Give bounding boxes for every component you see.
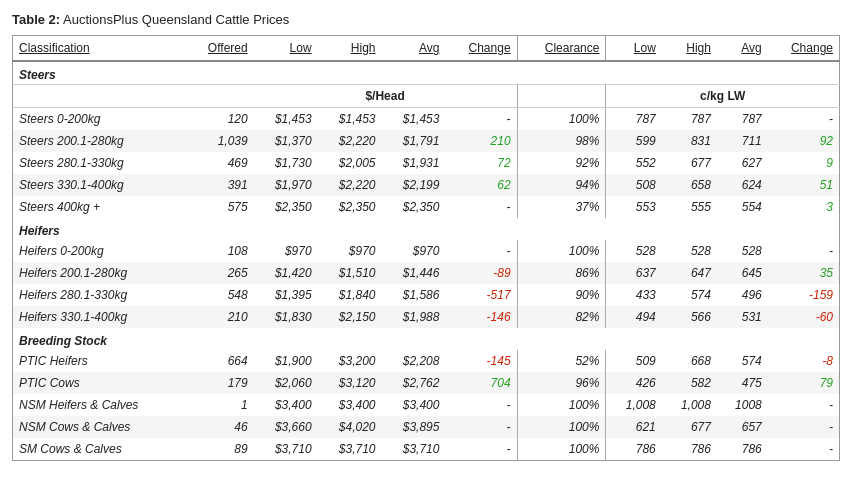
section-header: Heifers (13, 218, 840, 240)
subheader-empty2 (186, 85, 254, 108)
cell-high2: 677 (662, 416, 717, 438)
cell-high1: $2,150 (318, 306, 382, 328)
cell-change1: 210 (445, 130, 517, 152)
cell-change2: - (768, 438, 840, 461)
cell-classification: NSM Cows & Calves (13, 416, 186, 438)
cell-offered: 391 (186, 174, 254, 196)
section-name: Heifers (13, 218, 840, 240)
cell-low2: 637 (606, 262, 662, 284)
cell-avg2: 528 (717, 240, 768, 262)
cell-classification: Steers 200.1-280kg (13, 130, 186, 152)
cell-change2: 3 (768, 196, 840, 218)
cell-change1: - (445, 416, 517, 438)
section-header: Breeding Stock (13, 328, 840, 350)
cell-avg1: $2,762 (382, 372, 446, 394)
cell-low1: $1,900 (254, 350, 318, 372)
cell-low1: $3,710 (254, 438, 318, 461)
header-row: Classification Offered Low High Avg Chan… (13, 36, 840, 62)
col-high-1: High (318, 36, 382, 62)
table-row: PTIC Cows 179 $2,060 $3,120 $2,762 704 9… (13, 372, 840, 394)
cell-avg2: 787 (717, 108, 768, 131)
cell-avg1: $2,208 (382, 350, 446, 372)
cell-classification: Steers 330.1-400kg (13, 174, 186, 196)
cell-avg1: $3,710 (382, 438, 446, 461)
cell-avg2: 554 (717, 196, 768, 218)
cell-high2: 528 (662, 240, 717, 262)
cell-clearance: 100% (517, 416, 606, 438)
cell-offered: 210 (186, 306, 254, 328)
cell-avg2: 624 (717, 174, 768, 196)
subheader-dollar: $/Head (254, 85, 517, 108)
cell-classification: Heifers 0-200kg (13, 240, 186, 262)
cell-high1: $1,840 (318, 284, 382, 306)
cell-classification: Heifers 330.1-400kg (13, 306, 186, 328)
cell-avg2: 475 (717, 372, 768, 394)
cell-high2: 555 (662, 196, 717, 218)
table-row: NSM Heifers & Calves 1 $3,400 $3,400 $3,… (13, 394, 840, 416)
col-classification: Classification (13, 36, 186, 62)
cell-high1: $2,005 (318, 152, 382, 174)
cell-low1: $1,370 (254, 130, 318, 152)
cell-high1: $3,120 (318, 372, 382, 394)
table-row: Heifers 280.1-330kg 548 $1,395 $1,840 $1… (13, 284, 840, 306)
cell-clearance: 94% (517, 174, 606, 196)
cell-change1: 62 (445, 174, 517, 196)
cell-low1: $1,730 (254, 152, 318, 174)
cell-high1: $3,200 (318, 350, 382, 372)
data-table: Classification Offered Low High Avg Chan… (12, 35, 840, 461)
section-name: Breeding Stock (13, 328, 840, 350)
cell-avg1: $1,586 (382, 284, 446, 306)
cell-clearance: 100% (517, 240, 606, 262)
cell-high1: $3,710 (318, 438, 382, 461)
col-change-2: Change (768, 36, 840, 62)
table-title: Table 2: AuctionsPlus Queensland Cattle … (12, 12, 840, 27)
cell-avg1: $1,988 (382, 306, 446, 328)
cell-low1: $1,830 (254, 306, 318, 328)
cell-low2: 528 (606, 240, 662, 262)
cell-high2: 787 (662, 108, 717, 131)
table-row: PTIC Heifers 664 $1,900 $3,200 $2,208 -1… (13, 350, 840, 372)
cell-avg2: 645 (717, 262, 768, 284)
cell-low2: 1,008 (606, 394, 662, 416)
subheader-clearance (517, 85, 606, 108)
cell-high2: 677 (662, 152, 717, 174)
cell-change1: -89 (445, 262, 517, 284)
cell-classification: Heifers 280.1-330kg (13, 284, 186, 306)
table-row: Heifers 0-200kg 108 $970 $970 $970 - 100… (13, 240, 840, 262)
table-row: Heifers 200.1-280kg 265 $1,420 $1,510 $1… (13, 262, 840, 284)
table-row: SM Cows & Calves 89 $3,710 $3,710 $3,710… (13, 438, 840, 461)
cell-high1: $1,453 (318, 108, 382, 131)
cell-avg1: $970 (382, 240, 446, 262)
col-offered: Offered (186, 36, 254, 62)
col-clearance: Clearance (517, 36, 606, 62)
cell-change2: 79 (768, 372, 840, 394)
cell-change2: 35 (768, 262, 840, 284)
cell-clearance: 98% (517, 130, 606, 152)
cell-classification: Steers 0-200kg (13, 108, 186, 131)
cell-change2: -8 (768, 350, 840, 372)
cell-offered: 46 (186, 416, 254, 438)
table-row: NSM Cows & Calves 46 $3,660 $4,020 $3,89… (13, 416, 840, 438)
section-name: Steers (13, 61, 840, 85)
cell-offered: 89 (186, 438, 254, 461)
cell-classification: Steers 400kg + (13, 196, 186, 218)
cell-avg1: $1,931 (382, 152, 446, 174)
cell-avg2: 574 (717, 350, 768, 372)
cell-high2: 1,008 (662, 394, 717, 416)
cell-avg2: 1008 (717, 394, 768, 416)
cell-change2: 9 (768, 152, 840, 174)
cell-high2: 574 (662, 284, 717, 306)
cell-low1: $3,400 (254, 394, 318, 416)
cell-change2: 51 (768, 174, 840, 196)
cell-high1: $4,020 (318, 416, 382, 438)
cell-low2: 433 (606, 284, 662, 306)
cell-low1: $2,350 (254, 196, 318, 218)
cell-low1: $1,970 (254, 174, 318, 196)
cell-low2: 599 (606, 130, 662, 152)
cell-change2: - (768, 394, 840, 416)
cell-low2: 787 (606, 108, 662, 131)
cell-offered: 1 (186, 394, 254, 416)
cell-low1: $1,453 (254, 108, 318, 131)
cell-offered: 469 (186, 152, 254, 174)
cell-change2: 92 (768, 130, 840, 152)
